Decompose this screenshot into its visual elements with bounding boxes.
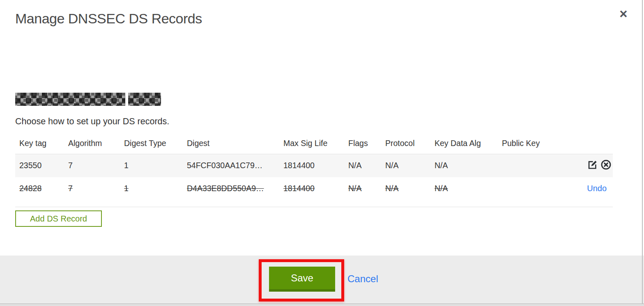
column-header-protocol: Protocol bbox=[381, 135, 430, 154]
close-icon[interactable]: × bbox=[615, 6, 632, 22]
column-header-max-sig-life: Max Sig Life bbox=[279, 135, 344, 154]
cell-digest-type: 1 bbox=[124, 161, 129, 170]
column-header-key-data-alg: Key Data Alg bbox=[430, 135, 498, 154]
cell-digest-type: 1 bbox=[124, 184, 129, 193]
cell-key-tag: 23550 bbox=[19, 161, 41, 170]
cell-protocol: N/A bbox=[385, 161, 399, 170]
redacted-domain-segment bbox=[128, 93, 161, 106]
cell-digest: 54FCF030AA1C79… bbox=[187, 161, 262, 170]
cell-key-data-alg: N/A bbox=[435, 161, 448, 170]
redacted-domain-name bbox=[15, 93, 161, 106]
cell-key-tag: 24828 bbox=[19, 184, 41, 193]
column-header-flags: Flags bbox=[344, 135, 381, 154]
table-row-deleted: 24828 7 1 D4A33E8DD550A9… 1814400 N/A N/… bbox=[15, 177, 613, 200]
page-title: Manage DNSSEC DS Records bbox=[15, 11, 202, 27]
window-right-border bbox=[642, 0, 643, 304]
cell-algorithm: 7 bbox=[68, 184, 73, 193]
table-header-row: Key tag Algorithm Digest Type Digest Max… bbox=[15, 135, 613, 154]
ds-records-table: Key tag Algorithm Digest Type Digest Max… bbox=[15, 135, 613, 227]
undo-link[interactable]: Undo bbox=[587, 184, 607, 193]
column-header-actions bbox=[559, 135, 613, 154]
add-ds-record-button[interactable]: Add DS Record bbox=[15, 210, 102, 227]
redacted-domain-segment bbox=[15, 93, 125, 106]
column-header-digest-type: Digest Type bbox=[120, 135, 183, 154]
table-row-active: 23550 7 1 54FCF030AA1C79… 1814400 N/A N/… bbox=[15, 154, 613, 177]
cell-protocol: N/A bbox=[385, 184, 399, 193]
save-button[interactable]: Save bbox=[269, 267, 335, 292]
cell-digest: D4A33E8DD550A9… bbox=[187, 184, 264, 193]
modal-footer: Save Cancel bbox=[0, 256, 644, 304]
window-bottom-edge bbox=[0, 304, 644, 306]
column-header-key-tag: Key tag bbox=[15, 135, 64, 154]
cell-max-sig-life: 1814400 bbox=[283, 184, 315, 193]
table-bottom-divider bbox=[15, 207, 613, 207]
cell-flags: N/A bbox=[348, 161, 362, 170]
cell-key-data-alg: N/A bbox=[435, 184, 448, 193]
column-header-algorithm: Algorithm bbox=[64, 135, 120, 154]
cell-flags: N/A bbox=[348, 184, 362, 193]
cancel-link[interactable]: Cancel bbox=[347, 273, 378, 285]
cell-max-sig-life: 1814400 bbox=[283, 161, 315, 170]
column-header-public-key: Public Key bbox=[498, 135, 559, 154]
delete-icon[interactable] bbox=[600, 159, 612, 172]
cell-algorithm: 7 bbox=[68, 161, 73, 170]
column-header-digest: Digest bbox=[183, 135, 279, 154]
edit-icon[interactable] bbox=[587, 159, 598, 172]
instruction-text: Choose how to set up your DS records. bbox=[15, 116, 169, 127]
